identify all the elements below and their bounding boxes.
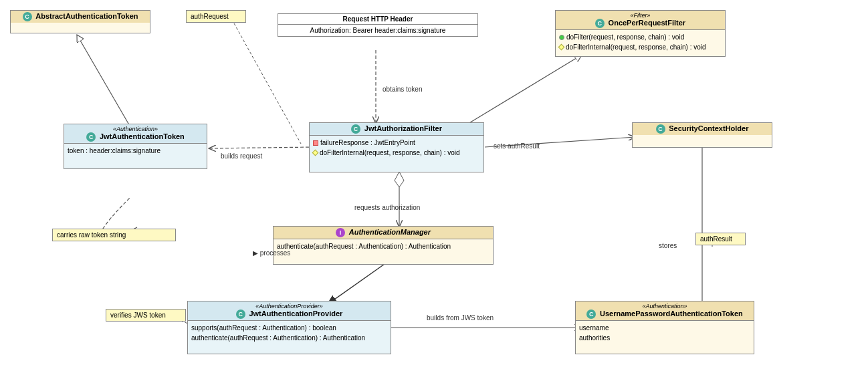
attr-token: token : header:claims:signature bbox=[68, 146, 203, 156]
icon-yellow bbox=[558, 44, 565, 51]
note-auth-result: authResult bbox=[695, 233, 746, 245]
class-name-jwt-auth: JwtAuthenticationToken bbox=[100, 132, 185, 140]
class-name-jwt-filter: JwtAuthorizationFilter bbox=[364, 124, 442, 132]
attr-do-filter: doFilter(request, response, chain) : voi… bbox=[559, 32, 722, 42]
class-body-jwt-filter: failureResponse : JwtEntryPoint doFilter… bbox=[310, 136, 483, 160]
attr-do-filter-internal: doFilterInternal(request, response, chai… bbox=[559, 42, 722, 52]
note-carries-raw: carries raw token string bbox=[52, 229, 176, 241]
class-once-per-request-filter: «Filter» C OncePerRequestFilter doFilter… bbox=[555, 10, 726, 57]
label-builds-from-jws: builds from JWS token bbox=[427, 314, 494, 322]
class-body-jap: supports(authRequest : Authentication) :… bbox=[188, 321, 391, 345]
attr-filter-internal: doFilterInternal(request, response, chai… bbox=[313, 148, 480, 158]
class-body-jwt-auth: token : header:claims:signature bbox=[64, 144, 207, 158]
class-body-am: authenticate(authRequest : Authenticatio… bbox=[274, 239, 493, 253]
class-icon-c6: C bbox=[236, 310, 245, 319]
class-icon-c7: C bbox=[586, 310, 596, 319]
class-auth-manager: I AuthenticationManager authenticate(aut… bbox=[273, 226, 494, 265]
attr-supports: supports(authRequest : Authentication) :… bbox=[191, 323, 387, 333]
icon-green bbox=[559, 35, 564, 40]
http-header-box: Request HTTP Header Authorization: Beare… bbox=[278, 13, 478, 37]
attr-failure: failureResponse : JwtEntryPoint bbox=[313, 138, 480, 148]
icon-yellow2 bbox=[312, 150, 319, 156]
note-text-carries: carries raw token string bbox=[57, 231, 126, 239]
stereotype-auth: «Authentication» bbox=[68, 126, 203, 132]
svg-line-13 bbox=[468, 55, 582, 124]
label-builds-request: builds request bbox=[221, 152, 262, 160]
class-jwt-auth-provider: «AuthenticationProvider» C JwtAuthentica… bbox=[187, 301, 391, 354]
class-icon-c4: C bbox=[351, 124, 360, 134]
class-name-sch: SecurityContextHolder bbox=[669, 124, 748, 132]
svg-line-0 bbox=[77, 35, 130, 127]
label-processes: ▶ processes bbox=[253, 249, 290, 257]
http-header-title: Request HTTP Header bbox=[278, 14, 477, 25]
class-name-filter: OncePerRequestFilter bbox=[609, 19, 686, 27]
class-username-password-token: «Authentication» C UsernamePasswordAuthe… bbox=[575, 301, 754, 354]
class-jwt-auth-token: «Authentication» C JwtAuthenticationToke… bbox=[64, 124, 207, 169]
svg-line-1 bbox=[209, 147, 314, 148]
attr-authorities: authorities bbox=[579, 333, 750, 343]
stereotype-provider: «AuthenticationProvider» bbox=[191, 303, 387, 310]
class-body-filter: doFilter(request, response, chain) : voi… bbox=[556, 30, 725, 54]
icon-red bbox=[313, 140, 318, 146]
label-sets-auth-result: sets authResult bbox=[494, 142, 540, 150]
class-abstract-auth-token: C AbstractAuthenticationToken bbox=[10, 10, 150, 33]
note-verifies-jws: verifies JWS token bbox=[106, 309, 186, 322]
class-body-upat: username authorities bbox=[576, 321, 754, 345]
svg-line-10 bbox=[234, 23, 301, 144]
label-stores: stores bbox=[659, 242, 677, 249]
class-icon-i: I bbox=[336, 228, 345, 237]
label-requests-auth: requests authorization bbox=[354, 204, 420, 211]
class-icon-c3: C bbox=[86, 132, 96, 142]
class-jwt-auth-filter: C JwtAuthorizationFilter failureResponse… bbox=[309, 122, 484, 172]
class-name-upat: UsernamePasswordAuthenticationToken bbox=[600, 310, 743, 318]
class-icon-c5: C bbox=[656, 124, 665, 134]
class-security-context-holder: C SecurityContextHolder bbox=[632, 122, 772, 148]
note-text-verifies: verifies JWS token bbox=[110, 312, 166, 319]
svg-marker-5 bbox=[395, 172, 404, 187]
class-name-am: AuthenticationManager bbox=[349, 228, 431, 236]
svg-line-6 bbox=[328, 264, 385, 304]
http-header-content: Authorization: Bearer header:claims:sign… bbox=[278, 25, 477, 36]
note-text-auth-result: authResult bbox=[700, 235, 732, 243]
note-auth-request: authRequest bbox=[186, 10, 246, 23]
attr-authenticate2: authenticate(authRequest : Authenticatio… bbox=[191, 333, 387, 343]
note-text-auth-request: authRequest bbox=[191, 13, 229, 20]
class-name: AbstractAuthenticationToken bbox=[35, 12, 138, 20]
stereotype-filter: «Filter» bbox=[559, 12, 722, 19]
class-name-jap: JwtAuthenticationProvider bbox=[249, 310, 342, 318]
class-icon-c: C bbox=[23, 12, 32, 21]
attr-authenticate: authenticate(authRequest : Authenticatio… bbox=[277, 241, 490, 251]
label-obtains-token: obtains token bbox=[383, 86, 423, 93]
class-icon-c2: C bbox=[595, 19, 605, 28]
stereotype-auth2: «Authentication» bbox=[579, 303, 750, 310]
diagram-container: C AbstractAuthenticationToken Request HT… bbox=[0, 0, 868, 371]
attr-username: username bbox=[579, 323, 750, 333]
